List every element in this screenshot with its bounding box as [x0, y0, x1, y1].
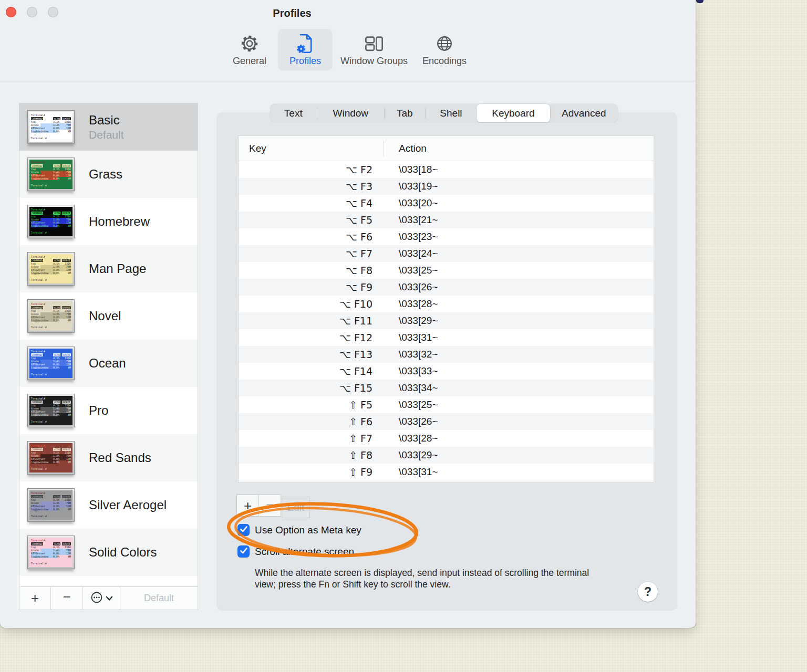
action-cell: \033[28~	[384, 433, 438, 444]
key-table-row[interactable]: ⌥ F2\033[18~	[239, 161, 654, 178]
profile-name: Silver Aerogel	[89, 498, 167, 512]
key-cell: ⇧ F9	[239, 466, 384, 478]
checkbox-label: Scroll alternate screen	[255, 546, 354, 558]
desktop-background: { "window": { "title": "Profiles" }, "to…	[0, 0, 807, 672]
key-cell: ⌥ F8	[239, 265, 384, 276]
toolbar-item-profiles[interactable]: Profiles	[278, 29, 333, 70]
profile-name: Man Page	[89, 261, 146, 276]
action-cell: \033[18~	[384, 164, 438, 175]
key-table-row[interactable]: ⌥ F5\033[21~	[239, 212, 654, 228]
key-cell: ⌥ F5	[239, 214, 384, 226]
profile-thumbnail: Terminal#COMMAND%CPURPRVTtop4.1%231KXcod…	[27, 252, 75, 286]
preferences-toolbar: GeneralProfilesWindow GroupsEncodings	[0, 25, 696, 81]
key-table-row[interactable]: ⌥ F9\033[26~	[239, 279, 654, 296]
check-icon	[240, 547, 248, 556]
key-table-row[interactable]: ⌥ F14\033[33~	[239, 363, 654, 380]
window-title: Profiles	[0, 0, 584, 25]
toolbar-item-encodings[interactable]: Encodings	[416, 29, 473, 70]
key-cell: ⇧ F8	[239, 449, 384, 461]
key-cell: ⌥ F11	[239, 315, 384, 327]
checkbox-use-option-as-meta-key[interactable]: Use Option as Meta key	[237, 524, 361, 536]
profile-name: Solid Colors	[89, 545, 157, 560]
action-cell: \033[26~	[384, 281, 438, 293]
profile-row-pro[interactable]: Terminal#COMMAND%CPURPRVTtop4.1%231KXcod…	[19, 387, 198, 434]
checkbox-box[interactable]	[237, 545, 250, 558]
key-table-row[interactable]: ⌥ F12\033[31~	[239, 329, 654, 346]
action-cell: \033[21~	[384, 214, 438, 226]
keyboard-settings-panel: Key Action ⌥ F2\033[18~⌥ F3\033[19~⌥ F4\…	[217, 113, 677, 610]
toolbar-item-label: Window Groups	[340, 56, 408, 67]
profile-row-red-sands[interactable]: Terminal#COMMAND%CPURPRVTtop4.1%231KXcod…	[19, 434, 198, 481]
default-button[interactable]: Default	[120, 587, 198, 610]
profile-row-novel[interactable]: Terminal#COMMAND%CPURPRVTtop4.1%231KXcod…	[19, 292, 198, 340]
titlebar: Profiles	[0, 0, 696, 25]
profile-actions-menu-button[interactable]	[83, 587, 120, 610]
column-header-key[interactable]: Key	[239, 143, 266, 154]
key-cell: ⌥ F15	[239, 382, 384, 394]
add-key-button[interactable]: +	[236, 495, 259, 517]
key-table-row[interactable]: ⇧ F6\033[26~	[239, 413, 654, 430]
key-table-row[interactable]: ⌥ F6\033[23~	[239, 228, 654, 245]
column-divider[interactable]	[384, 140, 384, 156]
action-cell: \033[29~	[384, 315, 438, 327]
key-table-row[interactable]: ⌥ F10\033[28~	[239, 296, 654, 312]
key-cell: ⌥ F12	[239, 332, 384, 343]
key-table-row[interactable]: ⌥ F8\033[25~	[239, 262, 654, 279]
sidebar-footer-bar: + − Default	[19, 586, 198, 610]
key-table-row[interactable]: ⇧ F8\033[29~	[239, 447, 654, 464]
action-cell: \033[28~	[384, 298, 438, 310]
profile-thumbnail: Terminal#COMMAND%CPURPRVTtop4.1%231KXcod…	[27, 394, 75, 427]
key-cell: ⌥ F6	[239, 231, 384, 243]
key-cell: ⇧ F5	[239, 399, 384, 411]
toolbar-item-window-groups[interactable]: Window Groups	[334, 29, 415, 70]
tab-keyboard[interactable]: Keyboard	[477, 104, 550, 122]
profile-row-man-page[interactable]: Terminal#COMMAND%CPURPRVTtop4.1%231KXcod…	[19, 245, 198, 292]
profile-row-silver-aerogel[interactable]: Terminal#COMMAND%CPURPRVTtop4.1%231KXcod…	[19, 481, 198, 529]
tab-window[interactable]: Window	[317, 104, 384, 122]
tab-shell[interactable]: Shell	[426, 104, 477, 122]
key-table-row[interactable]: ⇧ F5\033[25~	[239, 396, 654, 413]
tab-text[interactable]: Text	[270, 104, 317, 122]
remove-key-button[interactable]: −	[258, 495, 281, 517]
tab-advanced[interactable]: Advanced	[550, 104, 618, 122]
profile-thumbnail: Terminal#COMMAND%CPURPRVTtop4.1%231KXcod…	[27, 346, 75, 380]
action-cell: \033[32~	[384, 349, 438, 360]
key-cell: ⌥ F4	[239, 197, 384, 209]
checkbox-label: Use Option as Meta key	[255, 524, 361, 536]
profile-name: Pro	[89, 403, 108, 418]
key-table-row[interactable]: ⌥ F4\033[20~	[239, 195, 654, 212]
column-header-action[interactable]: Action	[399, 143, 427, 154]
key-table-row[interactable]: ⌥ F13\033[32~	[239, 346, 654, 363]
help-button[interactable]: ?	[638, 582, 658, 602]
key-cell: ⌥ F9	[239, 281, 384, 293]
key-table-row[interactable]: ⌥ F7\033[24~	[239, 245, 654, 262]
action-cell: \033[24~	[384, 248, 438, 259]
edit-key-button[interactable]: Edit	[282, 497, 310, 518]
toolbar-item-general[interactable]: General	[222, 29, 277, 70]
profile-document-icon	[296, 33, 314, 54]
profile-row-ocean[interactable]: Terminal#COMMAND%CPURPRVTtop4.1%231KXcod…	[19, 340, 198, 387]
key-table-row[interactable]: ⌥ F3\033[19~	[239, 178, 654, 195]
profile-name: Novel	[89, 309, 121, 323]
key-table-row[interactable]: ⌥ F15\033[34~	[239, 380, 654, 396]
tab-tab[interactable]: Tab	[385, 104, 425, 122]
profile-row-basic[interactable]: Terminal#COMMAND%CPURPRVTtop4.1%231KXcod…	[19, 103, 198, 151]
key-table-row[interactable]: ⌥ F11\033[29~	[239, 312, 654, 329]
checkbox-box[interactable]	[237, 524, 250, 536]
profile-row-grass[interactable]: Terminal#COMMAND%CPURPRVTtop4.1%231KXcod…	[19, 151, 198, 198]
toolbar-item-label: Profiles	[289, 56, 321, 67]
profile-thumbnail: Terminal#COMMAND%CPURPRVTtop4.1%231KXcod…	[27, 158, 75, 191]
remove-profile-button[interactable]: −	[51, 587, 83, 610]
key-table-row[interactable]: ⇧ F7\033[28~	[239, 430, 654, 447]
profile-thumbnail: Terminal#COMMAND%CPURPRVTtop4.1%231KXcod…	[27, 441, 75, 475]
checkbox-scroll-alternate-screen[interactable]: Scroll alternate screen	[237, 545, 354, 558]
profile-thumbnail: Terminal#COMMAND%CPURPRVTtop4.1%231KXcod…	[27, 110, 75, 144]
table-body: ⌥ F2\033[18~⌥ F3\033[19~⌥ F4\033[20~⌥ F5…	[239, 161, 654, 483]
add-profile-button[interactable]: +	[19, 587, 51, 610]
profile-row-solid-colors[interactable]: Terminal#COMMAND%CPURPRVTtop4.1%231KXcod…	[19, 529, 198, 576]
profile-list: Terminal#COMMAND%CPURPRVTtop4.1%231KXcod…	[19, 103, 198, 586]
profile-row-homebrew[interactable]: Terminal#COMMAND%CPURPRVTtop4.1%231KXcod…	[19, 198, 198, 245]
key-cell: ⇧ F6	[239, 416, 384, 427]
profile-name: Ocean	[89, 356, 126, 371]
key-table-row[interactable]: ⇧ F9\033[31~	[239, 464, 654, 480]
